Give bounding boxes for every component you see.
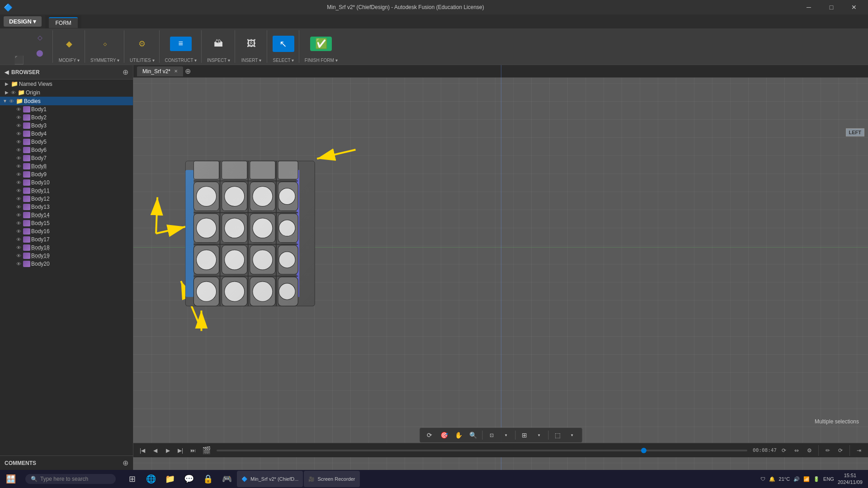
- screen-recorder-taskbar-item[interactable]: 🎥 Screen Recorder: [304, 471, 359, 487]
- browser-back-icon[interactable]: ◀: [5, 69, 9, 75]
- viewport-tabs: Min_Srf v2* ✕ ⊕: [133, 65, 868, 78]
- close-button[interactable]: ✕: [844, 0, 864, 14]
- eye-icon-bodies: 👁: [9, 99, 14, 104]
- browser-add-icon[interactable]: ⊕: [123, 68, 128, 76]
- tree-item-origin[interactable]: ▶ 👁 📁 Origin: [0, 88, 133, 97]
- grid-caret[interactable]: ▾: [533, 430, 545, 441]
- app5-icon[interactable]: 🔒: [199, 470, 217, 488]
- tree-item-body14[interactable]: 👁 Body14: [0, 211, 133, 219]
- inspect-button[interactable]: 🏔: [208, 37, 229, 51]
- insert-button[interactable]: 🖼: [241, 37, 262, 51]
- utilities-group-label[interactable]: UTILITIES ▾: [130, 58, 154, 63]
- timeline-end-controls[interactable]: ⇥: [854, 445, 864, 456]
- display-caret[interactable]: ▾: [566, 430, 578, 441]
- fusion-taskbar-item[interactable]: 🔷 Min_Srf v2* (ChiefD...: [237, 471, 303, 487]
- select-button[interactable]: ↖: [273, 36, 294, 52]
- close-tab-icon[interactable]: ✕: [174, 69, 178, 74]
- recorder-label: Screen Recorder: [317, 476, 355, 482]
- taskbar-search[interactable]: 🔍 Type here to search: [25, 474, 116, 484]
- design-button[interactable]: DESIGN ▾: [4, 16, 42, 27]
- create-cylinder-button[interactable]: ⬤: [32, 46, 48, 60]
- timeline-end-button[interactable]: ⏭: [188, 445, 198, 456]
- timeline-settings-c[interactable]: ⚙: [804, 445, 815, 456]
- tree-item-body6[interactable]: 👁 Body6: [0, 146, 133, 154]
- add-tab-icon[interactable]: ⊕: [185, 67, 191, 75]
- tree-item-body7[interactable]: 👁 Body7: [0, 154, 133, 162]
- comments-add-icon[interactable]: ⊕: [123, 459, 128, 467]
- viewport-tab-active[interactable]: Min_Srf v2* ✕: [137, 66, 183, 76]
- tree-item-body5[interactable]: 👁 Body5: [0, 138, 133, 146]
- timeline-play-button[interactable]: ▶: [162, 445, 173, 456]
- tree-item-named-views[interactable]: ▶ 📁 Named Views: [0, 80, 133, 88]
- minimize-button[interactable]: ─: [798, 0, 819, 14]
- start-button[interactable]: 🪟: [0, 470, 22, 488]
- timeline-thumb[interactable]: [641, 448, 646, 453]
- tree-item-body19[interactable]: 👁 Body19: [0, 252, 133, 260]
- inspect-group-label[interactable]: INSPECT ▾: [207, 58, 230, 63]
- construct-group-label[interactable]: CONSTRUCT ▾: [165, 58, 197, 63]
- tree-item-body18[interactable]: 👁 Body18: [0, 244, 133, 252]
- time-area[interactable]: 15:51 2024/11/09: [838, 472, 863, 486]
- explorer-icon[interactable]: 📁: [161, 470, 179, 488]
- timeline-settings-a[interactable]: ⟳: [778, 445, 789, 456]
- utilities-button[interactable]: ⚙: [131, 37, 153, 51]
- eye-icon-origin: 👁: [11, 90, 16, 95]
- svg-point-34: [253, 250, 273, 270]
- maximize-button[interactable]: □: [821, 0, 842, 14]
- taskview-button[interactable]: ⊞: [123, 470, 141, 488]
- app6-icon[interactable]: 🎮: [218, 470, 236, 488]
- zoom-button[interactable]: 🔍: [467, 430, 479, 441]
- tree-item-body1[interactable]: 👁 Body1: [0, 105, 133, 113]
- orbit-button[interactable]: ⟳: [423, 430, 436, 441]
- tree-item-body8[interactable]: 👁 Body8: [0, 162, 133, 170]
- body-type-icon: [23, 131, 30, 137]
- body-type-icon: [23, 204, 30, 210]
- zoom-fit-caret[interactable]: ▾: [500, 430, 512, 441]
- modify-group-label[interactable]: MODIFY ▾: [59, 58, 80, 63]
- tree-item-body20[interactable]: 👁 Body20: [0, 260, 133, 268]
- tree-item-body16[interactable]: 👁 Body16: [0, 227, 133, 235]
- pan-button[interactable]: ✋: [452, 430, 465, 441]
- svg-point-41: [225, 282, 245, 301]
- grid-toggle[interactable]: ⊞: [518, 430, 531, 441]
- display-toggle[interactable]: ⬚: [551, 430, 564, 441]
- construct-button[interactable]: ≡: [170, 37, 192, 51]
- create-plane-button[interactable]: ◇: [32, 30, 48, 45]
- finish-form-button[interactable]: ✅: [310, 37, 332, 51]
- tree-item-body15[interactable]: 👁 Body15: [0, 219, 133, 227]
- zoom-fit-button[interactable]: ⊡: [485, 430, 498, 441]
- timeline-start-button[interactable]: |◀: [137, 445, 148, 456]
- chrome-icon[interactable]: 🌐: [142, 470, 160, 488]
- main-viewport[interactable]: Min_Srf v2* ✕ ⊕: [133, 65, 868, 470]
- timeline-pen[interactable]: ✏: [822, 445, 833, 456]
- tree-item-body3[interactable]: 👁 Body3: [0, 122, 133, 130]
- modify-button[interactable]: ◆: [58, 37, 80, 51]
- tree-item-body12[interactable]: 👁 Body12: [0, 195, 133, 203]
- timeline-next-button[interactable]: ▶|: [175, 445, 186, 456]
- tree-item-bodies[interactable]: ▼ 👁 📁 Bodies: [0, 97, 133, 105]
- timeline-settings-d[interactable]: ⟳: [835, 445, 846, 456]
- tree-item-body17[interactable]: 👁 Body17: [0, 235, 133, 244]
- symmetry-group-label[interactable]: SYMMETRY ▾: [90, 58, 119, 63]
- finish-form-label[interactable]: FINISH FORM ▾: [305, 58, 338, 63]
- tree-item-body4[interactable]: 👁 Body4: [0, 130, 133, 138]
- tree-item-body9[interactable]: 👁 Body9: [0, 170, 133, 178]
- app4-icon[interactable]: 💬: [180, 470, 198, 488]
- select-group-label[interactable]: SELECT ▾: [273, 58, 294, 63]
- temp-label: 21°C: [779, 476, 790, 482]
- timeline-settings-b[interactable]: ⇔: [791, 445, 802, 456]
- svg-rect-38: [250, 277, 275, 306]
- look-at-button[interactable]: 🎯: [438, 430, 450, 441]
- tab-form[interactable]: FORM: [49, 17, 77, 28]
- insert-group-label[interactable]: INSERT ▾: [241, 58, 261, 63]
- tree-item-body13[interactable]: 👁 Body13: [0, 203, 133, 211]
- svg-point-16: [196, 186, 216, 206]
- tree-item-body10[interactable]: 👁 Body10: [0, 178, 133, 187]
- tree-item-body2[interactable]: 👁 Body2: [0, 113, 133, 122]
- view-cube-left-label[interactable]: LEFT: [846, 128, 865, 136]
- tree-item-body11[interactable]: 👁 Body11: [0, 187, 133, 195]
- timeline-track[interactable]: [217, 450, 747, 451]
- svg-rect-31: [278, 245, 298, 274]
- symmetry-button[interactable]: ⬦: [94, 37, 116, 51]
- timeline-prev-button[interactable]: ◀: [150, 445, 160, 456]
